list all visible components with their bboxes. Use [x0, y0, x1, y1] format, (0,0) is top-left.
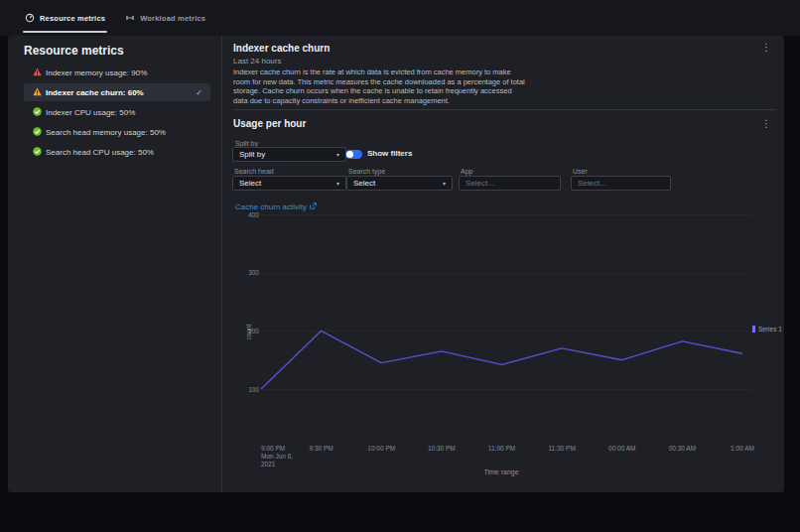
kebab-menu-icon[interactable]: ⋮ [761, 43, 771, 53]
section-divider [233, 109, 776, 110]
chevron-down-icon: ▾ [336, 180, 339, 187]
resource-metrics-sidebar: Resource metrics Indexer memory usage: 9… [8, 36, 221, 492]
sidebar-item-label: Search head memory usage: 50% [46, 128, 166, 137]
sidebar-item-label: Indexer CPU usage: 50% [46, 108, 135, 117]
success-icon [33, 127, 42, 138]
success-icon [33, 147, 42, 158]
external-link-icon [310, 202, 317, 211]
x-tick-label: 10:00 PM [356, 445, 406, 453]
x-axis-title: Time range [452, 468, 551, 475]
x-tick-label: 10:30 PM [417, 445, 467, 453]
legend-swatch [752, 326, 755, 332]
legend-series-name: Series 1 [758, 326, 782, 332]
sidebar-item-label: Indexer memory usage: 90% [46, 68, 147, 77]
workload-icon [125, 9, 135, 27]
critical-icon [33, 67, 42, 78]
kebab-menu-icon[interactable]: ⋮ [761, 119, 771, 129]
filter-label: App [461, 168, 472, 175]
metric-description: Indexer cache churn is the rate at which… [233, 67, 527, 105]
series-line [261, 214, 742, 389]
monitoring-dashboard: Resource metrics Workload metrics Resour… [0, 0, 800, 532]
warning-icon [33, 87, 42, 98]
main-content: Indexer cache churn ⋮ Last 24 hours Inde… [222, 36, 784, 492]
y-tick-label: 300 [236, 269, 259, 276]
section-title: Usage per hour [233, 118, 306, 129]
user-input[interactable] [571, 176, 671, 191]
additional-resources-row[interactable]: › Additional resources [0, 493, 800, 532]
content-panel: Resource metrics Indexer memory usage: 9… [8, 36, 784, 492]
toggle-knob [346, 151, 353, 158]
success-icon [33, 107, 42, 118]
sidebar-item[interactable]: Search head memory usage: 50% [24, 123, 210, 141]
sidebar-item[interactable]: Indexer memory usage: 90% [24, 64, 210, 81]
sidebar-item[interactable]: Indexer CPU usage: 50% [24, 103, 210, 121]
sidebar-item-label: Search head CPU usage: 50% [46, 148, 154, 157]
select-value: Select [353, 179, 443, 188]
tab-workload-metrics[interactable]: Workload metrics [125, 0, 205, 36]
tab-resource-metrics[interactable]: Resource metrics [25, 0, 105, 36]
filter-label: Search head [234, 168, 274, 175]
x-tick-label: 00:00 AM [598, 445, 647, 453]
x-tick-label: 11:30 PM [537, 445, 587, 453]
filter-label: Search type [348, 168, 385, 175]
x-tick-label: 9:30 PM [297, 445, 346, 453]
gauge-icon [25, 9, 35, 27]
show-filters-toggle[interactable] [345, 150, 362, 159]
x-tick-label: 11:00 PM [477, 445, 527, 453]
app-input[interactable] [459, 176, 561, 191]
top-tab-bar: Resource metrics Workload metrics [0, 0, 800, 36]
show-filters-label: Show filters [367, 149, 412, 158]
y-tick-label: 400 [236, 211, 259, 218]
filter-label: User [573, 168, 588, 175]
y-tick-label: 200 [236, 328, 259, 334]
page-title: Indexer cache churn [233, 43, 330, 54]
check-icon: ✓ [196, 88, 202, 97]
gridline [262, 389, 751, 390]
sidebar-item[interactable]: Indexer cache churn: 60%✓ [24, 83, 210, 101]
chevron-down-icon: ▾ [336, 151, 339, 158]
split-by-value: Split by [239, 150, 336, 159]
chevron-down-icon: ▾ [443, 180, 446, 187]
sidebar-title: Resource metrics [24, 44, 124, 58]
search-type-select[interactable]: Select▾ [346, 176, 453, 191]
time-range-subtitle: Last 24 hours [233, 57, 281, 66]
x-tick-label: 1:00 AM [718, 445, 767, 453]
sidebar-item[interactable]: Search head CPU usage: 50% [24, 143, 210, 161]
select-value: Select [239, 179, 336, 188]
y-tick-label: 100 [236, 386, 259, 393]
split-by-label: Split by [235, 140, 258, 147]
search-head-select[interactable]: Select▾ [232, 176, 346, 191]
split-by-select[interactable]: Split by ▾ [232, 147, 346, 162]
chart-legend: Series 1 [752, 326, 782, 332]
tab-label: Resource metrics [40, 14, 105, 23]
tab-label: Workload metrics [140, 14, 205, 23]
x-tick-label: 00:30 AM [657, 445, 707, 453]
sidebar-item-label: Indexer cache churn: 60% [46, 88, 144, 97]
